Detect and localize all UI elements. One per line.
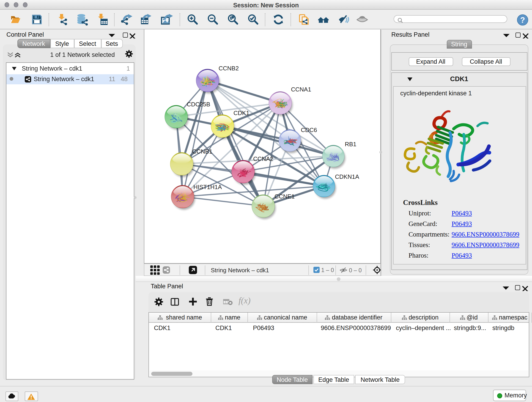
svg-text:CCNA1: CCNA1 [291,86,311,93]
svg-text:CCNE1: CCNE1 [274,193,295,200]
svg-text:?: ? [520,16,525,24]
svg-text:CCNB1: CCNB1 [192,148,212,155]
svg-text:CDC6: CDC6 [301,127,317,133]
svg-text:CCNB2: CCNB2 [219,65,239,72]
svg-text:CCNA2: CCNA2 [253,155,273,162]
svg-text:HIST1H1A: HIST1H1A [193,184,222,191]
svg-text:CDKN1A: CDKN1A [335,173,359,180]
svg-text:RB1: RB1 [345,141,356,148]
svg-text:CDC25B: CDC25B [187,101,210,108]
svg-text:CDK1: CDK1 [234,109,249,116]
